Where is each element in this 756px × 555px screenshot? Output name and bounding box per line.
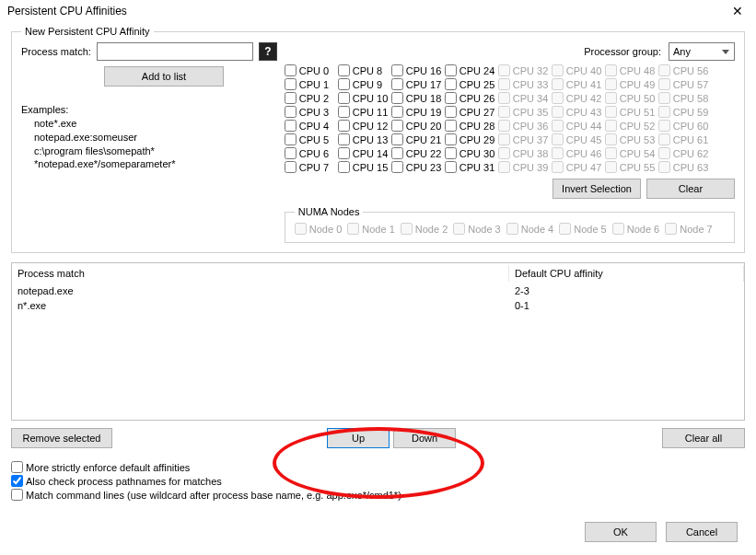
cpu-19-input[interactable] (391, 106, 403, 118)
cpu-checkbox-25[interactable]: CPU 25 (445, 78, 498, 90)
cpu-12-input[interactable] (338, 120, 350, 132)
opt-cmdlines[interactable]: Match command lines (use wildcard after … (11, 489, 745, 501)
add-to-list-button[interactable]: Add to list (104, 66, 224, 87)
example-line: note*.exe (21, 117, 277, 131)
cpu-checkbox-4[interactable]: CPU 4 (285, 120, 338, 132)
clear-all-button[interactable]: Clear all (662, 428, 745, 448)
cpu-checkbox-27[interactable]: CPU 27 (445, 106, 498, 118)
cpu-checkbox-15[interactable]: CPU 15 (338, 161, 391, 173)
col-default-affinity[interactable]: Default CPU affinity (509, 265, 744, 282)
cpu-1-input[interactable] (285, 78, 297, 90)
opt-strict[interactable]: More strictly enforce default affinities (11, 461, 745, 473)
cpu-27-input[interactable] (445, 106, 457, 118)
cpu-28-label: CPU 28 (459, 121, 495, 132)
cpu-24-label: CPU 24 (459, 65, 495, 76)
cpu-5-input[interactable] (285, 133, 297, 145)
cpu-30-input[interactable] (445, 147, 457, 159)
cpu-3-input[interactable] (285, 106, 297, 118)
cpu-2-input[interactable] (285, 92, 297, 104)
cpu-checkbox-11[interactable]: CPU 11 (338, 106, 391, 118)
cpu-13-input[interactable] (338, 133, 350, 145)
numa-node-1-input (347, 223, 359, 235)
cpu-22-input[interactable] (391, 147, 403, 159)
opt-paths[interactable]: Also check process pathnames for matches (11, 475, 745, 487)
cpu-18-input[interactable] (391, 92, 403, 104)
cpu-checkbox-13[interactable]: CPU 13 (338, 133, 391, 145)
cpu-checkbox-7[interactable]: CPU 7 (285, 161, 338, 173)
cpu-checkbox-29[interactable]: CPU 29 (445, 133, 498, 145)
table-row[interactable]: n*.exe0-1 (12, 298, 744, 313)
cpu-checkbox-5[interactable]: CPU 5 (285, 133, 338, 145)
cpu-checkbox-12[interactable]: CPU 12 (338, 120, 391, 132)
cpu-1-label: CPU 1 (299, 79, 329, 90)
cpu-51-label: CPU 51 (620, 107, 656, 118)
cpu-checkbox-21[interactable]: CPU 21 (391, 133, 445, 145)
cpu-checkbox-23[interactable]: CPU 23 (391, 161, 445, 173)
cpu-16-input[interactable] (391, 64, 403, 76)
cpu-checkbox-16[interactable]: CPU 16 (391, 64, 445, 76)
cpu-6-input[interactable] (285, 147, 297, 159)
cpu-checkbox-2[interactable]: CPU 2 (285, 92, 338, 104)
cpu-checkbox-28[interactable]: CPU 28 (445, 120, 498, 132)
cpu-checkbox-0[interactable]: CPU 0 (285, 64, 338, 76)
cpu-checkbox-18[interactable]: CPU 18 (391, 92, 445, 104)
cpu-45-label: CPU 45 (566, 134, 602, 145)
cpu-44-label: CPU 44 (566, 121, 602, 132)
cpu-20-input[interactable] (391, 120, 403, 132)
cpu-checkbox-6[interactable]: CPU 6 (285, 147, 338, 159)
opt-cmdlines-checkbox[interactable] (11, 489, 23, 501)
cpu-checkbox-19[interactable]: CPU 19 (391, 106, 445, 118)
processor-group-select[interactable]: Any (669, 42, 735, 61)
opt-paths-checkbox[interactable] (11, 475, 23, 487)
cpu-26-input[interactable] (445, 92, 457, 104)
cpu-checkbox-38: CPU 38 (498, 147, 552, 159)
cpu-29-input[interactable] (445, 133, 457, 145)
cpu-checkbox-17[interactable]: CPU 17 (391, 78, 445, 90)
cpu-9-input[interactable] (338, 78, 350, 90)
cpu-24-input[interactable] (445, 64, 457, 76)
process-match-input[interactable] (97, 42, 253, 61)
opt-strict-checkbox[interactable] (11, 461, 23, 473)
cpu-checkbox-50: CPU 50 (605, 92, 658, 104)
cpu-44-input (552, 120, 564, 132)
col-process-match[interactable]: Process match (12, 265, 509, 282)
cancel-button[interactable]: Cancel (666, 522, 738, 542)
down-button[interactable]: Down (393, 428, 456, 448)
cpu-23-input[interactable] (391, 161, 403, 173)
cpu-checkbox-30[interactable]: CPU 30 (445, 147, 498, 159)
cpu-15-input[interactable] (338, 161, 350, 173)
ok-button[interactable]: OK (585, 522, 657, 542)
cpu-checkbox-20[interactable]: CPU 20 (391, 120, 445, 132)
cpu-checkbox-8[interactable]: CPU 8 (338, 64, 391, 76)
help-icon[interactable]: ? (259, 42, 277, 61)
invert-selection-button[interactable]: Invert Selection (552, 179, 641, 199)
cpu-checkbox-22[interactable]: CPU 22 (391, 147, 445, 159)
clear-button[interactable]: Clear (646, 179, 735, 199)
remove-selected-button[interactable]: Remove selected (11, 428, 112, 448)
numa-node-3-input (453, 223, 465, 235)
cpu-28-input[interactable] (445, 120, 457, 132)
cpu-0-input[interactable] (285, 64, 297, 76)
cpu-checkbox-26[interactable]: CPU 26 (445, 92, 498, 104)
cpu-4-input[interactable] (285, 120, 297, 132)
cpu-14-input[interactable] (338, 147, 350, 159)
cpu-checkbox-3[interactable]: CPU 3 (285, 106, 338, 118)
cpu-checkbox-31[interactable]: CPU 31 (445, 161, 498, 173)
cpu-checkbox-24[interactable]: CPU 24 (445, 64, 498, 76)
cpu-checkbox-9[interactable]: CPU 9 (338, 78, 391, 90)
cpu-31-input[interactable] (445, 161, 457, 173)
cpu-checkbox-1[interactable]: CPU 1 (285, 78, 338, 90)
cpu-11-input[interactable] (338, 106, 350, 118)
cpu-21-input[interactable] (391, 133, 403, 145)
cpu-checkbox-10[interactable]: CPU 10 (338, 92, 391, 104)
up-button[interactable]: Up (327, 428, 390, 448)
table-row[interactable]: notepad.exe2-3 (12, 283, 744, 298)
cpu-7-input[interactable] (285, 161, 297, 173)
close-icon[interactable]: ✕ (727, 4, 749, 18)
cpu-10-input[interactable] (338, 92, 350, 104)
cpu-8-input[interactable] (338, 64, 350, 76)
affinity-list[interactable]: Process match Default CPU affinity notep… (11, 262, 745, 421)
cpu-checkbox-14[interactable]: CPU 14 (338, 147, 391, 159)
cpu-17-input[interactable] (391, 78, 403, 90)
cpu-25-input[interactable] (445, 78, 457, 90)
